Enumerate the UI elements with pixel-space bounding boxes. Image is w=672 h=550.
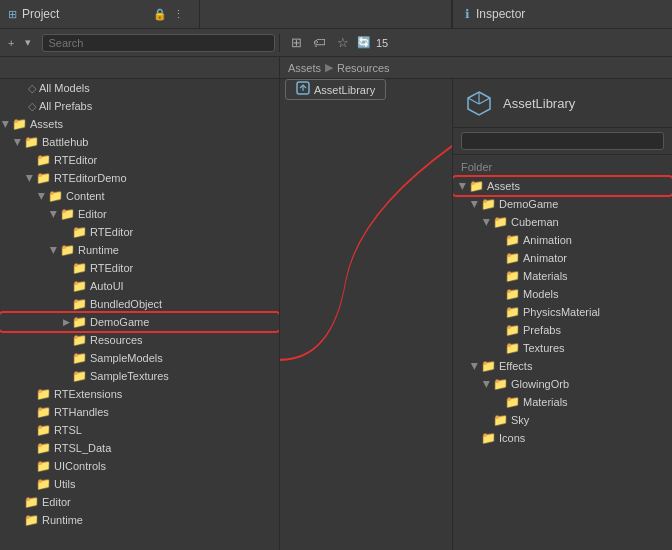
- insp-tree-cubeman[interactable]: ▶ 📁 Cubeman: [453, 213, 672, 231]
- grid-view-button[interactable]: ⊞: [288, 33, 305, 52]
- insp-tree-textures[interactable]: 📁 Textures: [453, 339, 672, 357]
- tree-label: RTHandles: [54, 406, 109, 418]
- add-button[interactable]: +: [4, 35, 18, 51]
- folder-icon: 📁: [72, 297, 87, 311]
- tree-item-editor2[interactable]: 📁 Editor: [0, 493, 279, 511]
- star-button[interactable]: ☆: [334, 33, 352, 52]
- insp-tree-glowingorb[interactable]: ▶ 📁 GlowingOrb: [453, 375, 672, 393]
- folder-icon: 📁: [36, 405, 51, 419]
- tree-item-rtextensions[interactable]: 📁 RTExtensions: [0, 385, 279, 403]
- insp-tree-animation[interactable]: 📁 Animation: [453, 231, 672, 249]
- asset-library-label: AssetLibrary: [314, 84, 375, 96]
- left-panel: ◇ All Models ◇ All Prefabs ▶ 📁 Assets ▶ …: [0, 79, 280, 550]
- folder-icon: 📁: [60, 207, 75, 221]
- search-input[interactable]: [42, 34, 275, 52]
- breadcrumb-assets[interactable]: Assets: [288, 62, 321, 74]
- cube-svg: [465, 89, 493, 117]
- breadcrumb-row: Assets ▶ Resources: [0, 57, 672, 79]
- tree-label: All Models: [39, 82, 90, 94]
- folder-icon: 📁: [36, 477, 51, 491]
- tree-label: Resources: [90, 334, 143, 346]
- inspector-search-input[interactable]: [461, 132, 664, 150]
- insp-tree-icons[interactable]: 📁 Icons: [453, 429, 672, 447]
- lock-button[interactable]: 🔒: [150, 6, 170, 23]
- insp-label: PhysicsMaterial: [523, 306, 600, 318]
- breadcrumb-resources[interactable]: Resources: [337, 62, 390, 74]
- tree-item-resources[interactable]: 📁 Resources: [0, 331, 279, 349]
- breadcrumb-left: [0, 57, 280, 78]
- tree-item-rteditor-demo[interactable]: ▶ 📁 RTEditorDemo: [0, 169, 279, 187]
- insp-tree-assets[interactable]: ▶ 📁 Assets: [453, 177, 672, 195]
- more-button[interactable]: ⋮: [170, 6, 187, 23]
- insp-tree-demogame[interactable]: ▶ 📁 DemoGame: [453, 195, 672, 213]
- tree-label: RTEditor: [90, 262, 133, 274]
- insp-label: Animation: [523, 234, 572, 246]
- toolbar-left: + ▾: [0, 34, 280, 52]
- tag-button[interactable]: 🏷: [310, 33, 329, 52]
- tree-item-sampletextures[interactable]: 📁 SampleTextures: [0, 367, 279, 385]
- tree-item-all-prefabs[interactable]: ◇ All Prefabs: [0, 97, 279, 115]
- tree-label: RTSL_Data: [54, 442, 111, 454]
- insp-folder-icon: 📁: [493, 377, 508, 391]
- tree-item-rthandles[interactable]: 📁 RTHandles: [0, 403, 279, 421]
- insp-folder-icon: 📁: [481, 197, 496, 211]
- tree-item-runtime[interactable]: ▶ 📁 Runtime: [0, 241, 279, 259]
- insp-folder-icon: 📁: [505, 323, 520, 337]
- folder-icon: 📁: [72, 369, 87, 383]
- inspector-tab[interactable]: ℹ Inspector: [452, 0, 672, 28]
- folder-icon: 📁: [24, 495, 39, 509]
- tree-item-rteditor2[interactable]: 📁 RTEditor: [0, 223, 279, 241]
- insp-arrow: ▶: [470, 198, 480, 210]
- insp-folder-icon: 📁: [505, 341, 520, 355]
- tree-item-assets[interactable]: ▶ 📁 Assets: [0, 115, 279, 133]
- tree-label: All Prefabs: [39, 100, 92, 112]
- insp-tree-sky[interactable]: 📁 Sky: [453, 411, 672, 429]
- insp-tree-animator[interactable]: 📁 Animator: [453, 249, 672, 267]
- tree-item-autoui[interactable]: 📁 AutoUI: [0, 277, 279, 295]
- tree-arrow: ▶: [60, 317, 72, 327]
- insp-tree-physicsmaterial[interactable]: 📁 PhysicsMaterial: [453, 303, 672, 321]
- tree-arrow: ▶: [49, 244, 59, 256]
- tree-label: RTEditor: [54, 154, 97, 166]
- folder-icon: 📁: [72, 315, 87, 329]
- tree-label: UIControls: [54, 460, 106, 472]
- insp-tree-effects[interactable]: ▶ 📁 Effects: [453, 357, 672, 375]
- dropdown-button[interactable]: ▾: [21, 34, 35, 51]
- insp-tree-materials2[interactable]: 📁 Materials: [453, 393, 672, 411]
- insp-tree-materials[interactable]: 📁 Materials: [453, 267, 672, 285]
- tree-item-samplemodels[interactable]: 📁 SampleModels: [0, 349, 279, 367]
- tree-item-rteditor1[interactable]: 📁 RTEditor: [0, 151, 279, 169]
- tree-item-demogame[interactable]: ▶ 📁 DemoGame: [0, 313, 279, 331]
- tree-item-rteditor3[interactable]: 📁 RTEditor: [0, 259, 279, 277]
- asset-library-pill[interactable]: AssetLibrary: [285, 79, 386, 100]
- tree-item-uicontrols[interactable]: 📁 UIControls: [0, 457, 279, 475]
- tree-item-content[interactable]: ▶ 📁 Content: [0, 187, 279, 205]
- tree-item-all-models[interactable]: ◇ All Models: [0, 79, 279, 97]
- tree-label: RTEditor: [90, 226, 133, 238]
- insp-label: Cubeman: [511, 216, 559, 228]
- tree-label: DemoGame: [90, 316, 149, 328]
- tree-label: Editor: [42, 496, 71, 508]
- tree-item-battlehub[interactable]: ▶ 📁 Battlehub: [0, 133, 279, 151]
- insp-label: Models: [523, 288, 558, 300]
- folder-icon: 📁: [72, 279, 87, 293]
- tree-item-bundled[interactable]: 📁 BundledObject: [0, 295, 279, 313]
- insp-folder-icon: 📁: [505, 269, 520, 283]
- tree-item-utils[interactable]: 📁 Utils: [0, 475, 279, 493]
- insp-folder-icon: 📁: [493, 215, 508, 229]
- project-tab-title: Project: [22, 7, 59, 21]
- arrow-overlay: [280, 79, 452, 550]
- tree-item-rtsl[interactable]: 📁 RTSL: [0, 421, 279, 439]
- tree-item-editor1[interactable]: ▶ 📁 Editor: [0, 205, 279, 223]
- tree-label: Runtime: [78, 244, 119, 256]
- project-tab[interactable]: ⊞ Project 🔒 ⋮: [0, 0, 200, 28]
- tree-item-runtime2[interactable]: 📁 Runtime: [0, 511, 279, 529]
- insp-arrow: ▶: [470, 360, 480, 372]
- tree-item-rtsl-data[interactable]: 📁 RTSL_Data: [0, 439, 279, 457]
- insp-tree-models[interactable]: 📁 Models: [453, 285, 672, 303]
- project-tab-icon: ⊞: [8, 8, 17, 21]
- insp-folder-icon: 📁: [481, 431, 496, 445]
- inspector-tab-title: Inspector: [476, 7, 525, 21]
- folder-icon: 📁: [48, 189, 63, 203]
- insp-tree-prefabs[interactable]: 📁 Prefabs: [453, 321, 672, 339]
